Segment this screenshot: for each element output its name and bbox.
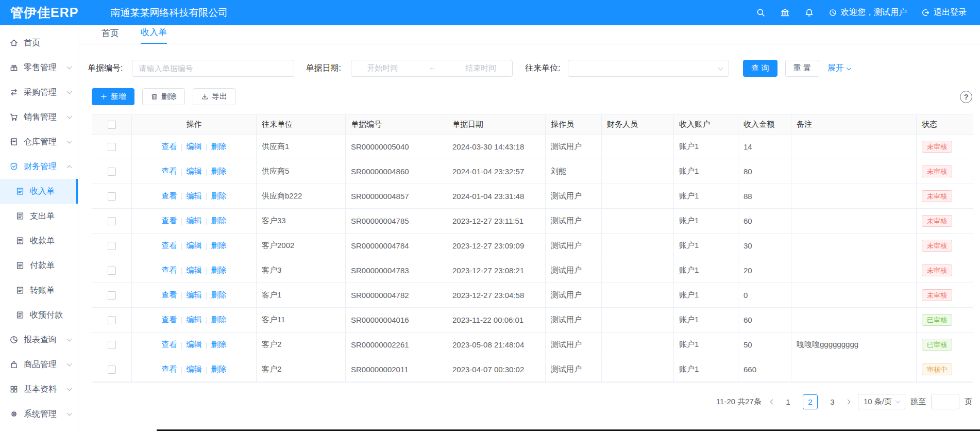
row-checkbox[interactable] xyxy=(108,291,116,300)
sidebar-subitem-label: 付款单 xyxy=(30,260,55,271)
sidebar-item-系统管理[interactable]: 系统管理 xyxy=(0,402,78,426)
row-checkbox[interactable] xyxy=(108,341,116,349)
status-badge: 已审核 xyxy=(922,339,952,351)
action-删除-link[interactable]: 删除 xyxy=(211,266,226,275)
action-编辑-link[interactable]: 编辑 xyxy=(187,241,202,251)
row-checkbox[interactable] xyxy=(108,217,116,225)
sidebar-subitem-收预付款[interactable]: 收预付款 xyxy=(0,303,78,327)
partner-select[interactable] xyxy=(568,60,729,77)
row-checkbox[interactable] xyxy=(108,366,116,374)
row-checkbox[interactable] xyxy=(108,316,116,324)
action-删除-link[interactable]: 删除 xyxy=(211,142,226,152)
action-separator: | xyxy=(206,192,208,201)
action-删除-link[interactable]: 删除 xyxy=(211,290,226,300)
action-编辑-link[interactable]: 编辑 xyxy=(187,142,202,152)
action-查看-link[interactable]: 查看 xyxy=(162,266,177,275)
sidebar-item-首页[interactable]: 首页 xyxy=(0,30,78,55)
date-label: 单据日期: xyxy=(306,63,341,74)
action-删除-link[interactable]: 删除 xyxy=(211,315,226,325)
order-no-cell: SR00000005040 xyxy=(346,135,447,159)
action-查看-link[interactable]: 查看 xyxy=(162,216,177,226)
sidebar-item-财务管理[interactable]: 财务管理 xyxy=(0,154,78,179)
date-cell: 2023-12-27 23:11:51 xyxy=(447,209,546,233)
sidebar-subitem-收入单[interactable]: 收入单 xyxy=(0,179,78,204)
page-size-select[interactable]: 10 条/页 xyxy=(858,394,905,409)
sidebar-subitem-label: 支出单 xyxy=(30,211,55,222)
status-badge: 未审核 xyxy=(922,141,952,153)
tab-首页[interactable]: 首页 xyxy=(102,27,119,44)
date-cell: 2023-12-27 23:09:09 xyxy=(447,234,546,258)
action-删除-link[interactable]: 删除 xyxy=(211,364,226,374)
action-编辑-link[interactable]: 编辑 xyxy=(187,315,202,325)
page-button-1[interactable]: 1 xyxy=(781,394,796,409)
trash-icon xyxy=(150,93,158,101)
sidebar-item-商品管理[interactable]: 商品管理 xyxy=(0,352,78,377)
action-查看-link[interactable]: 查看 xyxy=(162,340,177,350)
action-删除-link[interactable]: 删除 xyxy=(211,167,226,176)
action-查看-link[interactable]: 查看 xyxy=(162,142,177,152)
action-编辑-link[interactable]: 编辑 xyxy=(187,191,202,201)
page-button-2[interactable]: 2 xyxy=(803,394,818,409)
action-查看-link[interactable]: 查看 xyxy=(162,191,177,201)
action-查看-link[interactable]: 查看 xyxy=(162,315,177,325)
export-button[interactable]: 导出 xyxy=(193,88,235,105)
action-编辑-link[interactable]: 编辑 xyxy=(187,290,202,300)
prev-page-icon[interactable] xyxy=(770,399,775,404)
search-icon[interactable] xyxy=(756,8,766,18)
sidebar-subitem-转账单[interactable]: 转账单 xyxy=(0,278,78,303)
sidebar-subitem-收款单[interactable]: 收款单 xyxy=(0,228,78,253)
action-编辑-link[interactable]: 编辑 xyxy=(187,364,202,374)
warehouse-icon xyxy=(9,137,19,146)
action-编辑-link[interactable]: 编辑 xyxy=(187,266,202,275)
action-查看-link[interactable]: 查看 xyxy=(162,167,177,176)
sidebar-item-零售管理[interactable]: 零售管理 xyxy=(0,55,78,80)
finance-person-cell xyxy=(602,283,674,307)
sidebar-subitem-付款单[interactable]: 付款单 xyxy=(0,253,78,278)
bank-icon[interactable] xyxy=(780,8,790,18)
reset-button[interactable]: 重 置 xyxy=(785,60,819,77)
sidebar-item-采购管理[interactable]: 采购管理 xyxy=(0,80,78,105)
row-checkbox[interactable] xyxy=(108,192,116,201)
action-删除-link[interactable]: 删除 xyxy=(211,340,226,350)
action-编辑-link[interactable]: 编辑 xyxy=(187,167,202,176)
page-button-3[interactable]: 3 xyxy=(825,394,840,409)
row-checkbox[interactable] xyxy=(108,168,116,176)
action-删除-link[interactable]: 删除 xyxy=(211,191,226,201)
order-no-input[interactable] xyxy=(132,60,294,77)
expand-link[interactable]: 展开 xyxy=(827,63,851,74)
action-编辑-link[interactable]: 编辑 xyxy=(187,340,202,350)
action-查看-link[interactable]: 查看 xyxy=(162,290,177,300)
bell-icon[interactable] xyxy=(804,8,814,18)
jump-page-input[interactable] xyxy=(931,394,959,409)
row-checkbox[interactable] xyxy=(108,267,116,275)
date-range-picker[interactable]: 开始时间 ~ 结束时间 xyxy=(351,60,513,77)
search-button[interactable]: 查 询 xyxy=(743,60,777,77)
add-button[interactable]: 新增 xyxy=(92,88,134,105)
action-删除-link[interactable]: 删除 xyxy=(211,216,226,226)
welcome-user[interactable]: 欢迎您，测试用户 xyxy=(829,7,907,18)
chevron-down-icon xyxy=(846,65,851,70)
logout-button[interactable]: 退出登录 xyxy=(921,7,967,18)
row-checkbox[interactable] xyxy=(108,143,116,151)
tab-bar: 首页收入单 xyxy=(78,25,980,44)
next-page-icon[interactable] xyxy=(846,399,851,404)
sidebar-item-仓库管理[interactable]: 仓库管理 xyxy=(0,129,78,154)
action-查看-link[interactable]: 查看 xyxy=(162,241,177,251)
action-删除-link[interactable]: 删除 xyxy=(211,241,226,251)
action-查看-link[interactable]: 查看 xyxy=(162,364,177,374)
sidebar-item-报表查询[interactable]: 报表查询 xyxy=(0,327,78,352)
sidebar-item-基本资料[interactable]: 基本资料 xyxy=(0,377,78,402)
doc-icon xyxy=(15,187,25,196)
action-编辑-link[interactable]: 编辑 xyxy=(187,216,202,226)
date-cell: 2023-04-07 00:30:02 xyxy=(447,357,546,382)
row-checkbox[interactable] xyxy=(108,242,116,250)
select-all-checkbox[interactable] xyxy=(108,121,116,129)
help-icon[interactable]: ? xyxy=(960,91,972,103)
logout-text: 退出登录 xyxy=(934,7,967,18)
tab-收入单[interactable]: 收入单 xyxy=(141,26,167,44)
sidebar-subitem-支出单[interactable]: 支出单 xyxy=(0,204,78,228)
delete-button[interactable]: 删除 xyxy=(142,88,185,105)
sidebar-subitem-label: 收款单 xyxy=(30,236,55,246)
sidebar-item-销售管理[interactable]: 销售管理 xyxy=(0,105,78,129)
amount-cell: 88 xyxy=(738,184,791,208)
